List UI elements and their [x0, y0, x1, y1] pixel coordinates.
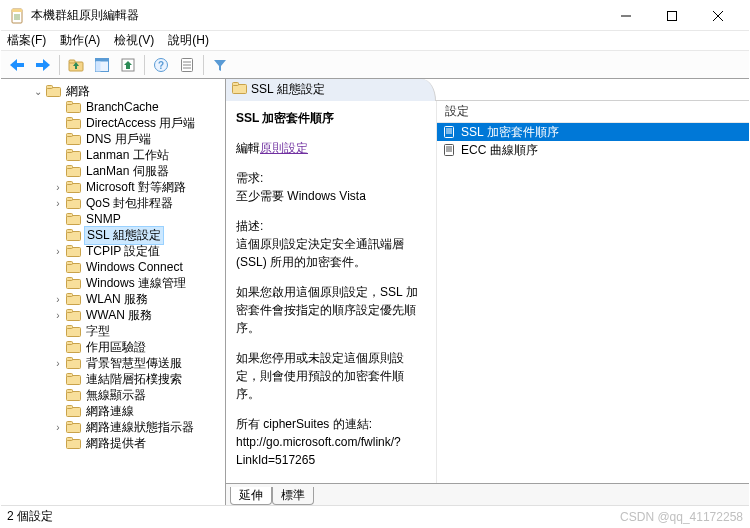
tree-item-label: 無線顯示器: [84, 387, 148, 404]
folder-icon: [65, 324, 81, 338]
svg-rect-10: [16, 63, 24, 67]
tree-item[interactable]: Windows Connect: [1, 259, 225, 275]
svg-rect-57: [66, 310, 72, 313]
tree-item[interactable]: BranchCache: [1, 99, 225, 115]
list-item-label: SSL 加密套件順序: [461, 124, 559, 141]
tree-item[interactable]: LanMan 伺服器: [1, 163, 225, 179]
setting-heading: SSL 加密套件順序: [236, 109, 426, 127]
description-panel: SSL 加密套件順序 編輯原則設定 需求:至少需要 Windows Vista …: [226, 101, 436, 483]
tree-item[interactable]: ›QoS 封包排程器: [1, 195, 225, 211]
tree-item[interactable]: 網路連線: [1, 403, 225, 419]
expand-icon[interactable]: ›: [51, 294, 65, 305]
properties-button[interactable]: [175, 53, 199, 77]
tree-item[interactable]: ›網路連線狀態指示器: [1, 419, 225, 435]
menu-view[interactable]: 檢視(V): [114, 32, 154, 49]
settings-list-header[interactable]: 設定: [437, 101, 749, 123]
tree-item[interactable]: DirectAccess 用戶端: [1, 115, 225, 131]
tree-item[interactable]: 網路提供者: [1, 435, 225, 451]
menu-action[interactable]: 動作(A): [60, 32, 100, 49]
folder-icon: [65, 132, 81, 146]
svg-rect-43: [66, 198, 72, 201]
toolbar-separator: [203, 55, 204, 75]
tab-standard[interactable]: 標準: [272, 487, 314, 505]
expand-icon[interactable]: ›: [51, 422, 65, 433]
menu-file[interactable]: 檔案(F): [7, 32, 46, 49]
close-button[interactable]: [695, 1, 741, 31]
svg-rect-63: [66, 358, 72, 361]
folder-icon: [65, 404, 81, 418]
minimize-button[interactable]: [603, 1, 649, 31]
tab-extended[interactable]: 延伸: [230, 487, 272, 505]
svg-rect-71: [66, 422, 72, 425]
folder-icon: [65, 116, 81, 130]
expand-icon[interactable]: ›: [51, 182, 65, 193]
folder-icon: [65, 276, 81, 290]
ciphersuites-link-url: http://go.microsoft.com/fwlink/?LinkId=5…: [236, 435, 401, 467]
tree-item[interactable]: ›WWAN 服務: [1, 307, 225, 323]
folder-icon: [65, 100, 81, 114]
tree-root[interactable]: ⌄網路: [1, 83, 225, 99]
svg-rect-45: [66, 214, 72, 217]
folder-icon: [65, 164, 81, 178]
tree-item[interactable]: SSL 組態設定: [1, 227, 225, 243]
tree-item-label: 作用區驗證: [84, 339, 148, 356]
svg-rect-12: [36, 63, 44, 67]
svg-rect-59: [66, 326, 72, 329]
up-folder-button[interactable]: [64, 53, 88, 77]
export-list-button[interactable]: [116, 53, 140, 77]
folder-icon: [65, 180, 81, 194]
svg-rect-6: [668, 11, 677, 20]
tree-pane[interactable]: ⌄網路BranchCacheDirectAccess 用戶端DNS 用戶端Lan…: [1, 79, 226, 505]
menu-help[interactable]: 說明(H): [168, 32, 209, 49]
tree-item[interactable]: ›TCPIP 設定值: [1, 243, 225, 259]
tree-item-label: BranchCache: [84, 100, 161, 114]
svg-rect-73: [66, 438, 72, 441]
tree-item[interactable]: Windows 連線管理: [1, 275, 225, 291]
tree-item[interactable]: 作用區驗證: [1, 339, 225, 355]
svg-rect-39: [66, 166, 72, 169]
collapse-icon[interactable]: ⌄: [31, 86, 45, 97]
tree-item[interactable]: ›WLAN 服務: [1, 291, 225, 307]
tree-item[interactable]: ›背景智慧型傳送服: [1, 355, 225, 371]
titlebar: 本機群組原則編輯器: [1, 1, 749, 31]
description-paragraph-1: 如果您啟用這個原則設定，SSL 加密套件會按指定的順序設定優先順序。: [236, 283, 426, 337]
tree-item[interactable]: 無線顯示器: [1, 387, 225, 403]
help-button[interactable]: ?: [149, 53, 173, 77]
svg-rect-61: [66, 342, 72, 345]
expand-icon[interactable]: ›: [51, 198, 65, 209]
list-item[interactable]: SSL 加密套件順序: [437, 123, 749, 141]
tree-item-label: 連結階層拓樸搜索: [84, 371, 184, 388]
forward-button[interactable]: [31, 53, 55, 77]
show-hide-tree-button[interactable]: [90, 53, 114, 77]
tree-item[interactable]: 字型: [1, 323, 225, 339]
folder-icon: [65, 388, 81, 402]
tree-item-label: Windows Connect: [84, 260, 185, 274]
watermark: CSDN @qq_41172258: [620, 510, 743, 524]
tree-item-label: DNS 用戶端: [84, 131, 153, 148]
expand-icon[interactable]: ›: [51, 310, 65, 321]
tree-item[interactable]: Lanman 工作站: [1, 147, 225, 163]
expand-icon[interactable]: ›: [51, 358, 65, 369]
expand-icon[interactable]: ›: [51, 246, 65, 257]
list-item-label: ECC 曲線順序: [461, 142, 538, 159]
menubar: 檔案(F) 動作(A) 檢視(V) 說明(H): [1, 31, 749, 51]
tree-item[interactable]: DNS 用戶端: [1, 131, 225, 147]
tree-item[interactable]: ›Microsoft 對等網路: [1, 179, 225, 195]
svg-marker-11: [43, 59, 50, 71]
svg-rect-31: [66, 102, 72, 105]
folder-icon: [65, 212, 81, 226]
filter-button[interactable]: [208, 53, 232, 77]
content-area: ⌄網路BranchCacheDirectAccess 用戶端DNS 用戶端Lan…: [1, 79, 749, 505]
tree-item-label: 字型: [84, 323, 112, 340]
details-header-title: SSL 組態設定: [251, 81, 325, 98]
svg-rect-69: [66, 406, 72, 409]
list-item[interactable]: ECC 曲線順序: [437, 141, 749, 159]
folder-icon: [45, 84, 61, 98]
folder-icon: [65, 148, 81, 162]
back-button[interactable]: [5, 53, 29, 77]
edit-policy-link[interactable]: 原則設定: [260, 141, 308, 155]
tree-item-label: 網路連線: [84, 403, 136, 420]
maximize-button[interactable]: [649, 1, 695, 31]
tree-item-label: 背景智慧型傳送服: [84, 355, 184, 372]
tree-item[interactable]: 連結階層拓樸搜索: [1, 371, 225, 387]
